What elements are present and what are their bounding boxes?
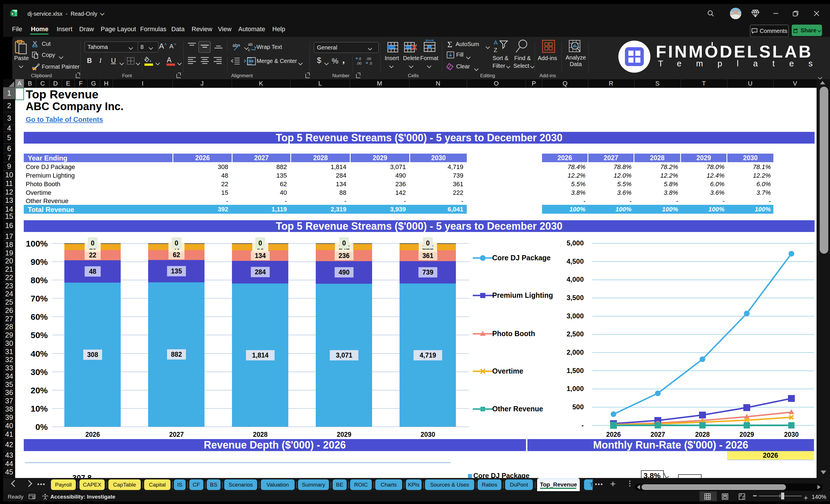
svg-text:Z: Z	[493, 46, 498, 53]
svg-text:.00: .00	[356, 61, 361, 65]
svg-text:.00: .00	[366, 57, 371, 61]
svg-text:ab: ab	[248, 42, 253, 46]
svg-text:c: c	[248, 47, 250, 52]
svg-text:x: x	[11, 12, 13, 16]
svg-text:.0: .0	[358, 57, 361, 61]
svg-text:A: A	[493, 39, 498, 46]
svg-text:.0: .0	[369, 61, 372, 65]
